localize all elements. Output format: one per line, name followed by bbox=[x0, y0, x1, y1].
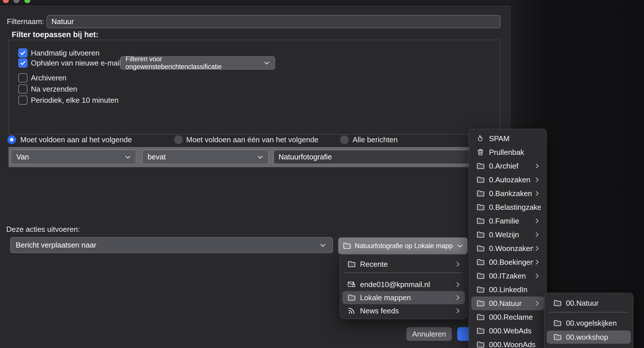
folder-icon bbox=[476, 175, 485, 184]
menu-item-label: 00.Natuur bbox=[489, 299, 533, 308]
radio-match-all[interactable] bbox=[7, 135, 16, 144]
cancel-button[interactable]: Annuleren bbox=[406, 327, 452, 341]
condition-value-input[interactable] bbox=[274, 150, 499, 164]
menu-item-0-woonzaken[interactable]: 0.Woonzaken bbox=[471, 242, 544, 255]
menu-item-0-welzijn[interactable]: 0.Welzijn bbox=[471, 228, 544, 242]
menu-item-label: Recente bbox=[360, 260, 454, 269]
menu-item-label: ende010@kpnmail.nl bbox=[360, 280, 454, 289]
filter-name-input[interactable] bbox=[47, 15, 500, 28]
menu-item-00-natuur[interactable]: 00.Natuur bbox=[471, 296, 544, 310]
menu-item-label: 000.WoonAds bbox=[489, 340, 541, 348]
submenu-item-00-workshop[interactable]: 00.workshop bbox=[547, 331, 631, 344]
select-value: Van bbox=[16, 153, 29, 161]
submenu-item-00-vogelskijken[interactable]: 00.vogelskijken bbox=[547, 317, 631, 330]
account-picker-menu: Recente ende010@kpnmail.nl Lokale mappen… bbox=[340, 254, 468, 319]
condition-field-select[interactable]: Van bbox=[11, 150, 136, 164]
chevron-down-icon bbox=[256, 153, 264, 161]
menu-item-0-bankzaken[interactable]: 0.Bankzaken bbox=[471, 187, 544, 200]
radio-all-messages[interactable] bbox=[340, 135, 349, 144]
filter-name-label: Filternaam: bbox=[7, 17, 44, 26]
chevron-right-icon bbox=[533, 217, 541, 225]
menu-item-lokale-mappen[interactable]: Lokale mappen bbox=[342, 291, 465, 304]
select-value: Bericht verplaatsen naar bbox=[16, 241, 96, 250]
menu-item-prullenbak[interactable]: Prullenbak bbox=[471, 145, 544, 159]
chevron-right-icon bbox=[533, 272, 541, 280]
close-window-button[interactable] bbox=[3, 0, 9, 3]
chevron-right-icon bbox=[454, 307, 462, 315]
action-type-select[interactable]: Bericht verplaatsen naar bbox=[10, 237, 333, 253]
menu-item-label: 00.Boekingen bbox=[489, 258, 533, 267]
folder-icon bbox=[476, 313, 485, 321]
submenu-item-00-natuur[interactable]: 00.Natuur bbox=[547, 296, 631, 310]
checkbox-handmatig-uitvoeren[interactable] bbox=[18, 48, 27, 58]
chevron-right-icon bbox=[454, 260, 462, 268]
chevron-down-icon bbox=[263, 59, 271, 67]
menu-item-0-autozaken[interactable]: 0.Autozaken bbox=[471, 173, 544, 187]
menu-item-000-woonads[interactable]: 000.WoonAds bbox=[471, 338, 544, 348]
folder-icon bbox=[476, 230, 485, 239]
menu-item-label: Prullenbak bbox=[489, 148, 541, 157]
folder-icon bbox=[476, 203, 485, 211]
target-folder-button[interactable]: Natuurfotografie op Lokale mappen bbox=[338, 238, 468, 254]
folder-icon bbox=[476, 299, 485, 308]
menu-item-0-familie[interactable]: 0.Familie bbox=[471, 214, 544, 228]
menu-separator bbox=[549, 312, 629, 313]
radio-label: Moet voldoen aan al het volgende bbox=[20, 135, 132, 144]
junk-classification-select[interactable]: Filteren voor ongewensteberichtenclassif… bbox=[120, 56, 275, 70]
desktop: Filternaam: Filter toepassen bij het: Ha… bbox=[0, 0, 644, 348]
menu-item-label: 0.Belastingzaken bbox=[489, 203, 541, 212]
minimize-window-button[interactable] bbox=[13, 0, 19, 3]
chevron-right-icon bbox=[533, 245, 541, 252]
folder-icon bbox=[343, 242, 351, 250]
menu-item-label: 0.Woonzaken bbox=[489, 244, 533, 253]
natuur-submenu: 00.Natuur 00.vogelskijken 00.workshop bbox=[544, 293, 633, 348]
condition-operator-select[interactable]: bevat bbox=[142, 150, 269, 164]
radio-label: Moet voldoen aan één van het volgende bbox=[186, 135, 319, 144]
checkbox-label: Periodiek, elke 10 minuten bbox=[31, 96, 118, 104]
menu-item-label: 000.WebAds bbox=[489, 327, 541, 335]
menu-item-00-boekingen[interactable]: 00.Boekingen bbox=[471, 255, 544, 269]
folder-icon bbox=[476, 327, 485, 335]
folder-icon bbox=[553, 333, 562, 341]
menu-item-label: 00.Natuur bbox=[566, 299, 627, 308]
rss-icon bbox=[347, 307, 356, 315]
checkbox-label: Archiveren bbox=[31, 74, 66, 82]
menu-item-recente[interactable]: Recente bbox=[342, 258, 465, 271]
menu-item-label: 000.Reclame bbox=[489, 313, 541, 322]
checkbox-archiveren[interactable] bbox=[18, 73, 27, 82]
chevron-right-icon bbox=[454, 294, 462, 301]
checkbox-ophalen-nieuwe-email[interactable] bbox=[18, 58, 27, 68]
checkbox-label: Na verzenden bbox=[31, 85, 77, 93]
menu-item-000-reclame[interactable]: 000.Reclame bbox=[471, 310, 544, 324]
menu-item-000-webads[interactable]: 000.WebAds bbox=[471, 324, 544, 338]
menu-item-00-linkedin[interactable]: 00.LinkedIn bbox=[471, 283, 544, 296]
checkbox-label: Handmatig uitvoeren bbox=[31, 49, 100, 57]
folder-icon bbox=[476, 217, 485, 225]
menu-item-00-itzaken[interactable]: 00.ITzaken bbox=[471, 269, 544, 283]
flame-icon bbox=[476, 134, 485, 143]
menu-item-kpnmail-account[interactable]: ende010@kpnmail.nl bbox=[342, 278, 465, 291]
menu-item-spam[interactable]: SPAM bbox=[471, 132, 544, 145]
trash-icon bbox=[476, 148, 485, 157]
select-value: Filteren voor ongewensteberichtenclassif… bbox=[126, 55, 260, 71]
chevron-down-icon bbox=[456, 242, 464, 250]
folder-icon bbox=[476, 340, 485, 348]
menu-item-label: 0.Familie bbox=[489, 217, 533, 226]
folder-icon bbox=[347, 293, 356, 302]
radio-match-any[interactable] bbox=[174, 135, 183, 144]
chevron-right-icon bbox=[533, 162, 541, 170]
zoom-window-button[interactable] bbox=[24, 0, 30, 3]
titlebar[interactable] bbox=[0, 0, 511, 5]
checkbox-na-verzenden[interactable] bbox=[18, 84, 27, 94]
menu-item-label: 00.ITzaken bbox=[489, 272, 533, 280]
chevron-right-icon bbox=[454, 281, 462, 288]
check-icon bbox=[19, 60, 26, 66]
menu-item-0-archief[interactable]: 0.Archief bbox=[471, 159, 544, 173]
menu-item-0-belastingzaken[interactable]: 0.Belastingzaken bbox=[471, 200, 544, 214]
checkbox-periodiek[interactable] bbox=[18, 96, 27, 105]
menu-item-label: Lokale mappen bbox=[360, 293, 454, 302]
chevron-right-icon bbox=[533, 258, 541, 266]
menu-item-news-feeds[interactable]: News feeds bbox=[342, 304, 465, 317]
menu-item-label: 00.LinkedIn bbox=[489, 285, 541, 294]
menu-separator bbox=[345, 272, 463, 273]
